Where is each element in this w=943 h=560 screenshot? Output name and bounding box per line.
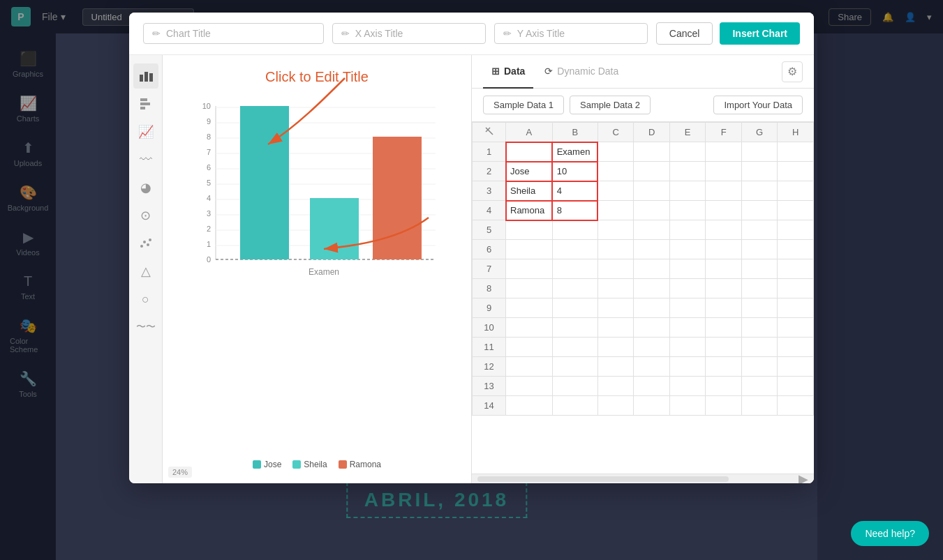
tab-data[interactable]: ⊞ Data [483,55,533,89]
cell-5-G[interactable] [741,240,778,259]
cell-2-G[interactable] [741,181,778,201]
col-g[interactable]: G [741,123,778,142]
col-f[interactable]: F [706,123,742,142]
cell-11-H[interactable] [778,357,814,377]
cell-5-D[interactable] [634,240,670,259]
bar-jose[interactable] [240,106,289,259]
chart-type-bar-horizontal[interactable] [133,91,158,116]
cell-2-E[interactable] [669,181,706,201]
cell-3-D[interactable] [634,201,670,220]
cell-5-H[interactable] [778,240,814,259]
x-axis-title-input[interactable]: ✏ X Axis Title [332,23,486,44]
chart-title-editable[interactable]: Click to Edit Title [177,69,457,85]
cell-6-E[interactable] [669,259,706,279]
cell-13-C[interactable] [597,396,634,416]
cell-12-H[interactable] [778,377,814,396]
cell-6-B[interactable] [552,259,597,279]
horizontal-scrollbar[interactable]: ▶ [472,474,814,483]
cell-7-H[interactable] [778,279,814,298]
chart-type-line[interactable]: 📈 [133,119,158,144]
cell-3-B[interactable]: 8 [552,201,597,220]
cell-11-F[interactable] [706,357,742,377]
cell-0-A[interactable] [506,142,553,162]
chart-type-circle-outline[interactable]: ○ [133,287,158,312]
cell-5-A[interactable] [506,240,553,259]
cell-13-D[interactable] [634,396,670,416]
cell-8-H[interactable] [778,298,814,318]
chart-type-wave[interactable]: 〜〜 [133,315,158,340]
cell-10-H[interactable] [778,338,814,357]
cell-10-A[interactable] [506,338,553,357]
cell-12-F[interactable] [706,377,742,396]
col-d[interactable]: D [634,123,670,142]
cell-8-E[interactable] [669,298,706,318]
cell-13-E[interactable] [669,396,706,416]
cell-10-C[interactable] [597,338,634,357]
cell-11-D[interactable] [634,357,670,377]
chart-type-pie[interactable]: ◕ [133,175,158,200]
cell-3-F[interactable] [706,201,742,220]
col-b[interactable]: B [552,123,597,142]
cell-10-E[interactable] [669,338,706,357]
bar-sheila[interactable] [310,198,359,259]
cell-6-C[interactable] [597,259,634,279]
cell-2-A[interactable]: Sheila [506,181,553,201]
cell-12-G[interactable] [741,377,778,396]
chart-type-scatter[interactable] [133,231,158,256]
cell-9-H[interactable] [778,318,814,338]
cell-6-G[interactable] [741,259,778,279]
cell-9-D[interactable] [634,318,670,338]
cell-10-B[interactable] [552,338,597,357]
cell-7-B[interactable] [552,279,597,298]
cancel-button[interactable]: Cancel [656,22,713,45]
cell-11-E[interactable] [669,357,706,377]
cell-7-D[interactable] [634,279,670,298]
chart-type-bar[interactable] [133,63,158,89]
cell-6-D[interactable] [634,259,670,279]
chart-type-donut[interactable]: ⊙ [133,203,158,228]
cell-4-G[interactable] [741,220,778,240]
cell-12-B[interactable] [552,377,597,396]
sample-data-2-button[interactable]: Sample Data 2 [570,96,651,114]
cell-6-F[interactable] [706,259,742,279]
col-e[interactable]: E [669,123,706,142]
cell-1-F[interactable] [706,162,742,181]
cell-5-F[interactable] [706,240,742,259]
cell-1-D[interactable] [634,162,670,181]
cell-4-H[interactable] [778,220,814,240]
cell-1-C[interactable] [597,162,634,181]
cell-10-D[interactable] [634,338,670,357]
cell-13-A[interactable] [506,396,553,416]
cell-2-F[interactable] [706,181,742,201]
cell-13-H[interactable] [778,396,814,416]
cell-4-E[interactable] [669,220,706,240]
cell-5-C[interactable] [597,240,634,259]
cell-10-G[interactable] [741,338,778,357]
cell-6-A[interactable] [506,259,553,279]
chart-type-triangle[interactable]: △ [133,259,158,284]
sample-data-1-button[interactable]: Sample Data 1 [483,96,564,114]
cell-8-D[interactable] [634,298,670,318]
cell-9-B[interactable] [552,318,597,338]
cell-0-H[interactable] [778,142,814,162]
cell-13-B[interactable] [552,396,597,416]
cell-0-E[interactable] [669,142,706,162]
col-c[interactable]: C [597,123,634,142]
cell-1-G[interactable] [741,162,778,181]
cell-11-B[interactable] [552,357,597,377]
cell-5-E[interactable] [669,240,706,259]
cell-9-C[interactable] [597,318,634,338]
cell-0-G[interactable] [741,142,778,162]
cell-3-H[interactable] [778,201,814,220]
cell-2-D[interactable] [634,181,670,201]
cell-0-C[interactable] [597,142,634,162]
cell-8-G[interactable] [741,298,778,318]
cell-4-D[interactable] [634,220,670,240]
cell-11-G[interactable] [741,357,778,377]
cell-4-F[interactable] [706,220,742,240]
cell-11-C[interactable] [597,357,634,377]
cell-7-F[interactable] [706,279,742,298]
cell-8-C[interactable] [597,298,634,318]
cell-7-E[interactable] [669,279,706,298]
cell-8-B[interactable] [552,298,597,318]
